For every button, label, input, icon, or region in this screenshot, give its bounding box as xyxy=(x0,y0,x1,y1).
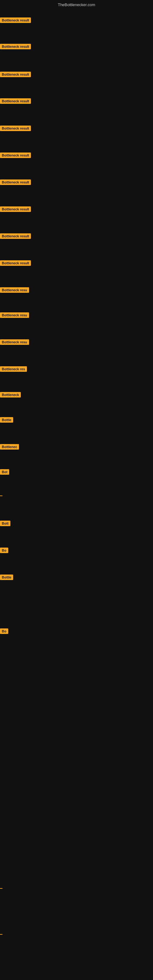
bottleneck-badge-9: Bottleneck result xyxy=(0,233,31,239)
bottleneck-badge-2: Bottleneck result xyxy=(0,44,31,49)
bottleneck-badge-12: Bottleneck resu xyxy=(0,312,29,318)
bottleneck-badge-11: Bottleneck resu xyxy=(0,287,29,293)
bottleneck-badge-3: Bottleneck result xyxy=(0,72,31,77)
bottleneck-badge-15: Bottleneck xyxy=(0,392,21,398)
bottleneck-badge-10: Bottleneck result xyxy=(0,260,31,266)
bottleneck-badge-14: Bottleneck res xyxy=(0,366,27,372)
bottleneck-badge-22: Bo xyxy=(0,628,8,634)
bottleneck-badge-21: Bottle xyxy=(0,574,13,580)
bottleneck-badge-5: Bottleneck result xyxy=(0,126,31,131)
site-title: TheBottlenecker.com xyxy=(0,2,153,7)
bar-line-2 xyxy=(0,888,2,889)
bottleneck-badge-4: Bottleneck result xyxy=(0,98,31,104)
bottleneck-badge-20: Bo xyxy=(0,547,8,553)
bottleneck-badge-6: Bottleneck result xyxy=(0,153,31,158)
bottleneck-badge-8: Bottleneck result xyxy=(0,207,31,212)
bottleneck-badge-1: Bottleneck result xyxy=(0,18,31,23)
bottleneck-badge-13: Bottleneck resu xyxy=(0,339,29,345)
bottleneck-badge-18: Bot xyxy=(0,469,9,475)
bar-line-1 xyxy=(0,495,2,496)
bottleneck-badge-19: Bott xyxy=(0,520,10,526)
bar-line-3 xyxy=(0,934,2,935)
bottleneck-badge-7: Bottleneck result xyxy=(0,180,31,185)
bottleneck-badge-17: Bottlenec xyxy=(0,444,19,450)
bottleneck-badge-16: Bottle xyxy=(0,417,13,423)
